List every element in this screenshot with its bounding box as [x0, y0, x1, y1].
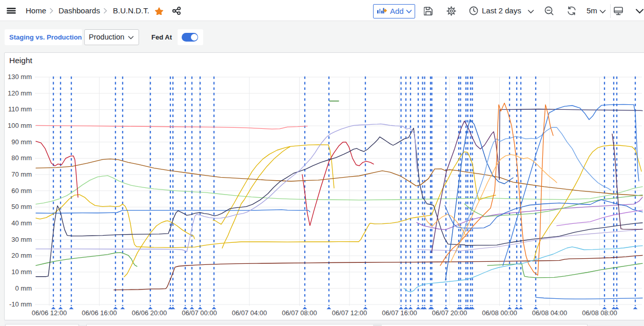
- svg-text:70 mm: 70 mm: [11, 170, 32, 178]
- svg-text:80 mm: 80 mm: [11, 154, 32, 162]
- svg-text:06/08 04:00: 06/08 04:00: [532, 309, 568, 317]
- svg-text:06/07 00:00: 06/07 00:00: [182, 309, 217, 317]
- svg-text:06/06 16:00: 06/06 16:00: [82, 309, 117, 317]
- svg-text:10 mm: 10 mm: [11, 268, 32, 276]
- svg-text:06/06 20:00: 06/06 20:00: [132, 309, 167, 317]
- svg-text:40 mm: 40 mm: [11, 219, 32, 227]
- svg-text:-10 mm: -10 mm: [9, 300, 32, 308]
- svg-text:06/07 16:00: 06/07 16:00: [382, 309, 417, 317]
- svg-text:06/07 20:00: 06/07 20:00: [432, 309, 467, 317]
- svg-text:60 mm: 60 mm: [11, 187, 32, 195]
- svg-text:90 mm: 90 mm: [11, 138, 32, 146]
- svg-text:06/06 12:00: 06/06 12:00: [32, 309, 67, 317]
- svg-text:50 mm: 50 mm: [11, 203, 32, 210]
- svg-text:06/08 08:00: 06/08 08:00: [582, 309, 617, 317]
- svg-text:20 mm: 20 mm: [11, 252, 32, 259]
- svg-text:06/07 08:00: 06/07 08:00: [282, 309, 317, 317]
- svg-text:100 mm: 100 mm: [8, 122, 32, 129]
- svg-text:30 mm: 30 mm: [11, 236, 32, 243]
- svg-text:130 mm: 130 mm: [8, 73, 32, 81]
- svg-text:0 mm: 0 mm: [15, 284, 32, 292]
- svg-text:06/08 00:00: 06/08 00:00: [482, 309, 517, 317]
- svg-text:06/07 04:00: 06/07 04:00: [232, 309, 267, 317]
- svg-text:120 mm: 120 mm: [8, 89, 32, 97]
- svg-text:06/07 12:00: 06/07 12:00: [332, 309, 367, 317]
- svg-text:110 mm: 110 mm: [8, 105, 32, 113]
